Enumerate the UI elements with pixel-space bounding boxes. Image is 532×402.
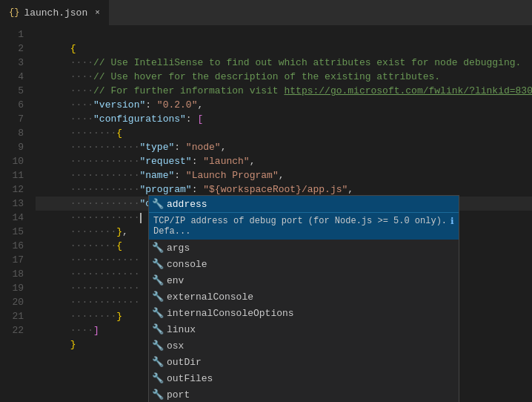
item-label: outDir — [167, 357, 202, 368]
autocomplete-item[interactable]: 🔧 linux — [149, 321, 459, 337]
property-icon: 🔧 — [152, 323, 162, 335]
item-label: outFiles — [167, 373, 213, 384]
editor: 1 2 3 4 5 6 7 8 9 10 11 12 13 14 15 16 1… — [0, 26, 532, 402]
autocomplete-item[interactable]: 🔧 args — [149, 240, 459, 256]
tab-bar: {} launch.json × — [0, 0, 532, 26]
property-icon: 🔧 — [152, 258, 162, 270]
tab-launch-json[interactable]: {} launch.json × — [0, 0, 110, 25]
autocomplete-item[interactable]: 🔧 port — [149, 386, 459, 402]
line-numbers: 1 2 3 4 5 6 7 8 9 10 11 12 13 14 15 16 1… — [0, 26, 30, 402]
autocomplete-item[interactable]: 🔧 outFiles — [149, 370, 459, 386]
autocomplete-item[interactable]: 🔧 outDir — [149, 354, 459, 370]
item-label: externalConsole — [167, 291, 253, 303]
property-icon: 🔧 — [152, 340, 162, 352]
code-line: { — [36, 27, 532, 42]
info-icon[interactable]: ℹ — [450, 216, 454, 227]
tab-label: launch.json — [24, 7, 87, 19]
autocomplete-item[interactable]: 🔧 externalConsole — [149, 289, 459, 305]
item-label: console — [167, 259, 207, 270]
property-icon: 🔧 — [152, 307, 162, 319]
item-label: args — [167, 243, 190, 254]
property-icon: 🔧 — [152, 389, 162, 401]
property-icon: 🔧 — [152, 242, 162, 254]
autocomplete-item[interactable]: 🔧 env — [149, 272, 459, 289]
property-icon: 🔧 — [152, 198, 162, 210]
property-icon: 🔧 — [152, 372, 162, 384]
autocomplete-item[interactable]: 🔧 internalConsoleOptions — [149, 305, 459, 321]
autocomplete-info: TCP/IP address of debug port (for Node.j… — [149, 212, 459, 240]
code-editor[interactable]: { ····// Use IntelliSense to find out wh… — [30, 26, 532, 402]
autocomplete-item[interactable]: 🔧 console — [149, 256, 459, 272]
file-icon: {} — [9, 7, 19, 18]
property-icon: 🔧 — [152, 291, 162, 303]
item-label: env — [167, 275, 184, 286]
tab-close-button[interactable]: × — [95, 8, 100, 17]
autocomplete-selected-item[interactable]: 🔧 address — [149, 196, 459, 212]
selected-item-label: address — [167, 199, 207, 210]
code-line: ····// Use IntelliSense to find out whic… — [36, 42, 532, 56]
item-label: internalConsoleOptions — [167, 308, 294, 319]
info-description: TCP/IP address of debug port (for Node.j… — [153, 216, 448, 237]
item-label: port — [167, 389, 190, 401]
item-label: osx — [167, 340, 184, 352]
property-icon: 🔧 — [152, 356, 162, 368]
autocomplete-dropdown[interactable]: 🔧 address TCP/IP address of debug port (… — [148, 195, 459, 402]
property-icon: 🔧 — [152, 274, 162, 286]
item-label: linux — [167, 324, 196, 335]
autocomplete-item[interactable]: 🔧 osx — [149, 337, 459, 354]
